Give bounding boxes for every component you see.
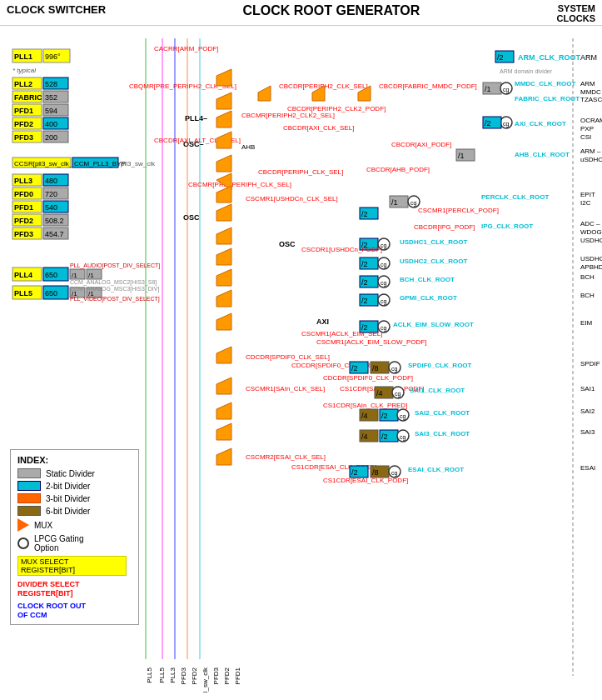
svg-text:SPDIF0_CLK_ROOT: SPDIF0_CLK_ROOT <box>408 362 472 369</box>
svg-text:AXI_CLK_ROOT: AXI_CLK_ROOT <box>515 120 566 128</box>
svg-text:USDHC2_CLK_ROOT: USDHC2_CLK_ROOT <box>400 258 467 265</box>
svg-text:CS1CDR[ESAI_CLK_PODF]: CS1CDR[ESAI_CLK_PODF] <box>323 477 408 484</box>
index-mux-select: MUX SELECTREGISTER[BIT] <box>17 556 132 576</box>
6bit-divider-label: 6-bit Divider <box>46 507 90 516</box>
svg-text:USDHC1_CLK_ROOT: USDHC1_CLK_ROOT <box>400 238 467 246</box>
svg-marker-215 <box>216 132 231 148</box>
svg-marker-228 <box>216 423 231 440</box>
svg-text:CBCDR[AXI_CLK_SEL]: CBCDR[AXI_CLK_SEL] <box>283 124 354 132</box>
diagram-container: CLOCK SWITCHER CLOCK ROOT GENERATOR SYST… <box>0 0 602 700</box>
svg-text:CBCDR[AHB_PODF]: CBCDR[AHB_PODF] <box>366 166 430 173</box>
svg-text:/1: /1 <box>458 152 465 160</box>
index-legend: INDEX: Static Divider 2-bit Divider 3-bi… <box>10 449 139 625</box>
svg-marker-93 <box>258 86 271 101</box>
svg-text:PLL4: PLL4 <box>14 271 32 279</box>
svg-marker-225 <box>216 347 231 363</box>
svg-text:TZASC: TZASC <box>580 96 602 103</box>
svg-text:ARM_CLK_ROOT: ARM_CLK_ROOT <box>518 53 581 62</box>
index-clock-root: CLOCK ROOT OUTOF CCM <box>17 601 132 619</box>
svg-text:CDCDR[SPDIF0_CLK_PODF]: CDCDR[SPDIF0_CLK_PODF] <box>323 374 413 382</box>
svg-text:CBCDR[FABRIC_MMDC_PODF]: CBCDR[FABRIC_MMDC_PODF] <box>379 82 477 90</box>
svg-text:ARM –: ARM – <box>580 148 601 155</box>
svg-text:CBCMR[PRE_PERIPH_CLK_SEL]: CBCMR[PRE_PERIPH_CLK_SEL] <box>188 181 291 188</box>
index-item-6bit: 6-bit Divider <box>17 506 132 516</box>
svg-text:/2: /2 <box>381 412 388 420</box>
2bit-divider-label: 2-bit Divider <box>46 482 90 491</box>
header-center-title: CLOCK ROOT GENERATOR <box>242 3 420 23</box>
svg-text:200: 200 <box>45 133 57 142</box>
svg-text:cg: cg <box>400 413 406 420</box>
svg-text:528: 528 <box>45 80 57 88</box>
svg-text:EPIT: EPIT <box>580 191 595 198</box>
divider-select-label: DIVIDER SELECTREGISTER[BIT] <box>17 580 80 598</box>
svg-text:/2: /2 <box>485 119 491 128</box>
svg-text:540: 540 <box>45 203 57 212</box>
svg-text:ARM: ARM <box>580 53 597 62</box>
3bit-divider-label: 3-bit Divider <box>46 494 90 503</box>
svg-text:cg: cg <box>381 262 387 268</box>
svg-text:BCH_CLK_ROOT: BCH_CLK_ROOT <box>400 276 455 283</box>
svg-text:/8: /8 <box>372 364 379 372</box>
svg-text:400: 400 <box>45 120 57 128</box>
static-divider-swatch <box>17 468 41 478</box>
svg-text:GPMI_CLK_ROOT: GPMI_CLK_ROOT <box>400 294 457 302</box>
svg-text:/1: /1 <box>88 272 94 279</box>
svg-text:CSCMR1[USHDCn_CLK_SEL]: CSCMR1[USHDCn_CLK_SEL] <box>246 195 338 202</box>
svg-text:BCH: BCH <box>580 273 595 281</box>
svg-text:PXP: PXP <box>580 125 594 132</box>
svg-marker-218 <box>216 186 231 202</box>
svg-text:PFD0: PFD0 <box>14 190 33 198</box>
header: CLOCK SWITCHER CLOCK ROOT GENERATOR SYST… <box>0 0 602 26</box>
svg-marker-219 <box>216 204 231 221</box>
svg-text:ARM domain divider: ARM domain divider <box>500 68 553 74</box>
svg-text:OCRAM: OCRAM <box>580 117 602 124</box>
svg-text:/2: /2 <box>361 278 368 287</box>
svg-text:PFD1: PFD1 <box>14 203 33 212</box>
svg-text:CCM_PLL3_BYP: CCM_PLL3_BYP <box>74 160 126 168</box>
svg-marker-222 <box>216 269 231 286</box>
svg-text:AHB_CLK_ROOT: AHB_CLK_ROOT <box>515 151 570 158</box>
header-left-title: CLOCK SWITCHER <box>7 3 106 23</box>
svg-text:cg: cg <box>381 280 387 287</box>
svg-text:/2: /2 <box>351 468 358 477</box>
svg-text:FABRIC_CLK_ROOT: FABRIC_CLK_ROOT <box>515 95 580 102</box>
svg-text:cg: cg <box>503 87 510 93</box>
svg-text:AXI: AXI <box>316 318 329 326</box>
svg-text:uSDHC: uSDHC <box>580 156 602 163</box>
svg-text:996°: 996° <box>45 52 61 61</box>
mux-swatch <box>17 518 29 532</box>
svg-text:PLL3: PLL3 <box>169 667 177 682</box>
svg-text:PFD2: PFD2 <box>14 217 33 225</box>
index-item-static: Static Divider <box>17 468 132 478</box>
svg-text:SAI1_CLK_ROOT: SAI1_CLK_ROOT <box>410 387 465 394</box>
svg-text:SAI1: SAI1 <box>580 385 595 392</box>
svg-text:PLL2: PLL2 <box>14 80 32 88</box>
svg-text:PFD3: PFD3 <box>14 230 33 238</box>
svg-text:SAI3: SAI3 <box>580 428 595 436</box>
svg-text:PLL4–: PLL4– <box>185 114 207 122</box>
svg-text:/2: /2 <box>361 297 368 305</box>
svg-text:650: 650 <box>45 271 57 279</box>
svg-text:SPDIF: SPDIF <box>580 360 600 368</box>
svg-text:454.7: 454.7 <box>45 230 64 238</box>
svg-text:CSCMR1[ACLK_EIM_SEL]: CSCMR1[ACLK_EIM_SEL] <box>301 330 382 338</box>
svg-text:OSC: OSC <box>183 213 200 222</box>
clock-root-label: CLOCK ROOT OUTOF CCM <box>17 602 86 619</box>
svg-text:720: 720 <box>45 190 57 198</box>
svg-text:PFD3: PFD3 <box>14 133 33 142</box>
svg-text:CBCDR[IPG_PODF]: CBCDR[IPG_PODF] <box>414 223 475 231</box>
svg-text:/8: /8 <box>372 468 379 477</box>
svg-text:MMDC: MMDC <box>580 88 601 96</box>
svg-text:PFD2: PFD2 <box>191 667 198 684</box>
svg-text:cg: cg <box>400 434 406 441</box>
svg-text:PLL5: PLL5 <box>146 667 153 682</box>
svg-text:594: 594 <box>45 107 57 115</box>
svg-text:cg: cg <box>503 121 510 128</box>
svg-text:CDCDR[SPDIF0_CLK_SEL]: CDCDR[SPDIF0_CLK_SEL] <box>246 353 330 361</box>
svg-text:PLL5: PLL5 <box>14 289 32 298</box>
svg-text:AHB: AHB <box>241 143 255 151</box>
lpcg-swatch <box>17 538 29 549</box>
svg-text:CSCMR1[PERCLK_PODF]: CSCMR1[PERCLK_PODF] <box>418 207 499 214</box>
svg-marker-212 <box>216 69 231 86</box>
svg-marker-213 <box>216 92 231 109</box>
